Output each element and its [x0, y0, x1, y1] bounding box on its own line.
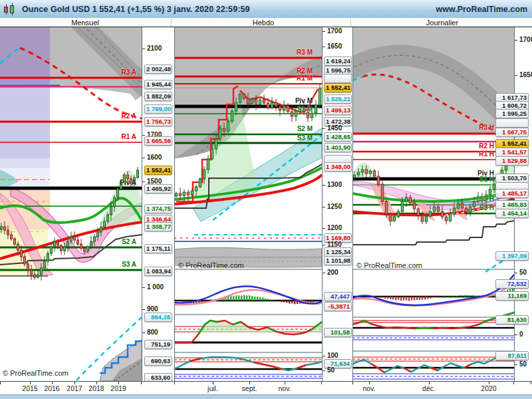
chart-mensuel[interactable]: R3 AR2 AR1 APiv AS2 AS3 A © ProRealTime.… [0, 27, 142, 381]
chart-hebdo[interactable]: R3 MR2 MR1 MPiv MS1 MS2 MS3 M © ProRealT… [174, 27, 322, 381]
title-bar: Ounce Gold USD 1 552,41 (+1,55 %) 3 janv… [0, 0, 532, 19]
x-axis-tick [30, 382, 31, 384]
tick-label: 0 [519, 331, 523, 338]
copyright: © ProRealTime.com [356, 261, 422, 269]
tick-label: 1300 [327, 181, 342, 188]
tab-mensuel[interactable]: Mensuel [71, 19, 99, 27]
axis-tick [515, 334, 517, 335]
price-axis-mensuel[interactable]: 21002 002,481 945,441 882,091 769,001 75… [142, 27, 174, 381]
tab-journalier[interactable]: Journalier [426, 19, 458, 27]
x-axis-label: nov. [278, 384, 291, 392]
axis-tick [515, 364, 517, 365]
tab-hebdo[interactable]: Hebdo [253, 19, 274, 27]
price-label: 72,532 [495, 279, 529, 289]
chart-journalier[interactable]: R3 HR2 HR1 HPiv HS1 HS2 HS3 H © ProRealT… [352, 27, 514, 381]
axis-tick [142, 158, 145, 158]
price-label: 87,611 [495, 351, 529, 360]
price-label: 1 401,90 [324, 143, 352, 152]
price-label: 1 308,77 [144, 222, 172, 231]
price-label [495, 118, 529, 128]
price-label: 2 002,48 [144, 65, 172, 74]
last-price-label: 1 552,41 [495, 139, 529, 148]
x-axis-tick [118, 382, 119, 384]
axis-tick [142, 182, 145, 182]
price-label: 1 101,98 [324, 256, 352, 265]
x-axis-tick [249, 382, 250, 384]
price-label: 1 499,13 [324, 106, 352, 115]
price-label: 1 595,25 [495, 109, 529, 118]
x-axis-tick [352, 382, 353, 384]
tick-label: 900 [147, 305, 158, 313]
axis-tick [323, 128, 325, 129]
x-axis-label: 2020 [481, 384, 496, 392]
pivot-label: S1 M [297, 106, 313, 113]
x-axis-tick [369, 382, 370, 384]
axis-tick [142, 309, 145, 310]
price-label: 81,630 [495, 315, 529, 325]
website-link[interactable]: www.ProRealTime.com [436, 5, 532, 14]
price-label: -5,3871 [324, 302, 352, 311]
dark-stepped-line [352, 221, 514, 245]
tick-label: 1200 [327, 224, 342, 231]
pivot-label: S1 H [479, 176, 494, 183]
x-axis-label: 2015 [22, 384, 37, 392]
axis-tick [323, 185, 325, 186]
tick-label: 200 [327, 269, 338, 276]
pivot-label: R1 M [297, 74, 313, 82]
prorealtime-workspace: Ounce Gold USD 1 552,41 (+1,55 %) 3 janv… [0, 0, 532, 399]
price-label: 1 619,24 [324, 57, 352, 66]
price-label: 1 485,17 [495, 189, 529, 198]
price-label: 1 529,88 [495, 156, 529, 166]
axis-tick [515, 40, 517, 41]
price-label: 1 541,57 [495, 148, 529, 157]
pivot-label: R1 A [122, 133, 136, 140]
x-axis-tick [321, 382, 322, 384]
price-label: 1 465,83 [495, 200, 529, 209]
price-label: 1 526,21 [324, 94, 352, 104]
price-label: 1 175,11 [144, 244, 172, 253]
time-axis[interactable]: 20152016201720182019juil.sept.nov.nov.dé… [0, 381, 532, 394]
price-label: 1 083,94 [144, 267, 172, 276]
price-label: 1 769,00 [144, 104, 172, 114]
price-axis-journalier[interactable]: 170016501 617,731 606,721 595,251 567,75… [514, 27, 532, 381]
price-label [324, 74, 352, 83]
pivot-label: R2 M [297, 67, 313, 74]
pivot-label: R2 A [122, 112, 136, 120]
axis-tick [515, 75, 517, 76]
axis-tick [323, 228, 325, 229]
copyright: © ProRealTime.com [178, 261, 244, 269]
pivot-label: S3 H [479, 204, 494, 211]
x-axis-tick [96, 382, 97, 384]
macd-signal-line [352, 278, 514, 306]
x-axis-label: 2019 [110, 384, 126, 392]
price-axis-hebdo[interactable]: 170016501 619,241 596,751 552,411 526,21… [322, 27, 352, 381]
axis-tick [323, 47, 325, 47]
x-axis-label: sept. [242, 384, 257, 392]
x-axis-label: 2018 [88, 384, 104, 392]
x-axis-tick [513, 382, 514, 384]
x-axis-label: nov. [362, 384, 375, 392]
price-label: 1 945,44 [144, 80, 172, 89]
last-price-label: 1 552,41 [324, 83, 352, 92]
tick-label: 1650 [327, 43, 342, 50]
tick-label: 50 [327, 366, 334, 374]
axis-tick [323, 273, 325, 273]
instrument-title: Ounce Gold USD 1 552,41 (+1,55 %) 3 janv… [22, 5, 250, 14]
pivot-label: S2 A [122, 238, 136, 245]
price-label: 1 756,73 [144, 117, 172, 126]
price-label: 1 882,09 [144, 92, 172, 101]
candlestick-icon [3, 3, 18, 16]
tick-label: 1700 [519, 36, 532, 43]
tick-label: 100 [327, 352, 338, 359]
pivot-label: S2 H [479, 196, 494, 203]
x-axis-tick [52, 382, 53, 384]
axis-tick [142, 332, 145, 333]
x-axis-label: juil. [207, 384, 218, 392]
price-label: 1 428,65 [324, 132, 352, 142]
pivot-label: Piv A [120, 179, 136, 186]
x-axis-tick [213, 382, 213, 384]
tick-label: 800 [147, 329, 158, 336]
chart-mensuel-plot [0, 27, 142, 381]
pivot-label: Piv M [295, 97, 313, 104]
x-axis-tick [74, 382, 75, 384]
